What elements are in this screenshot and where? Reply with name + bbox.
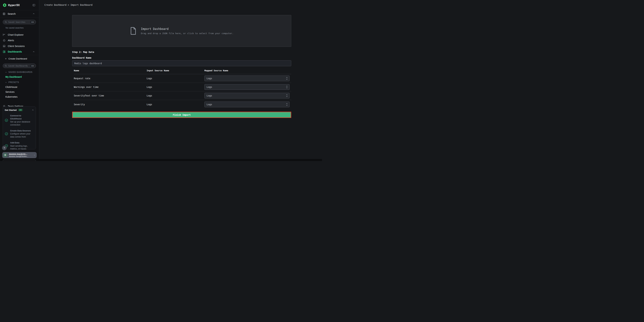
table-row: Request rate Logs Logs (74, 74, 291, 83)
sidebar-item-client-sessions[interactable]: Client Sessions (0, 43, 39, 49)
sidebar-section-search[interactable]: Search (0, 10, 39, 18)
breadcrumb-create-dashboard[interactable]: Create Dashboard (44, 4, 66, 6)
selected-option: Logs (206, 77, 212, 80)
sidebar-item-preset-kubernetes[interactable]: Kubernetes (6, 96, 39, 98)
finish-import-button[interactable]: Finish Import (72, 112, 291, 118)
sidebar-item-label: Alerts (8, 39, 14, 42)
chevron-right-icon (34, 154, 35, 156)
saved-dashboards-input[interactable]: Saved Dashboards ⌘K (3, 64, 36, 68)
row-input-source: Logs (147, 86, 204, 88)
progress-badge: 3/3 (18, 109, 23, 111)
row-name: Warnings over time (74, 86, 147, 88)
column-header-name: Name (74, 69, 147, 72)
get-started-item-title: Connect to ClickHouse (10, 114, 33, 120)
app-title: HyperDX (8, 4, 20, 7)
saved-dashboards-placeholder: Saved Dashboards (8, 65, 28, 67)
sidebar-nav: Chart Explorer Alerts Client Sessions Da… (0, 32, 39, 55)
sidebar-item-my-dashboard[interactable]: My Dashboard (6, 76, 39, 78)
row-name: SeverityText over time (74, 94, 147, 97)
hyperdx-logo-icon (3, 3, 6, 7)
table-row: Warnings over time Logs Logs (74, 83, 291, 92)
sidebar-item-preset-services[interactable]: Services (6, 90, 39, 93)
chevron-up-icon (32, 13, 35, 15)
breadcrumb-import-dashboard[interactable]: Import Dashboard (70, 4, 92, 6)
chart-line-icon (3, 33, 6, 36)
help-button[interactable]: ? (2, 146, 6, 150)
saved-searches-input[interactable]: Saved Searches ⌘K (3, 20, 36, 24)
avatar: D (3, 153, 8, 157)
sidebar: HyperDX Search Saved Se (0, 0, 39, 161)
user-account-card[interactable]: D dominic.tran@clic... dominic.tran@clic… (2, 152, 37, 158)
breadcrumb: Create Dashboard>Import Dashboard (39, 0, 322, 10)
create-dashboard-button[interactable]: Create Dashboard (0, 56, 39, 61)
mapped-source-select[interactable]: Logs (204, 84, 290, 90)
dashboard-grid-icon (3, 50, 6, 53)
get-started-header: Get Started 3/3 (5, 109, 34, 111)
presets-group-header[interactable]: PRESETS (5, 81, 39, 84)
get-started-card: Get Started 3/3 Connect to ClickHouse Se… (3, 106, 36, 149)
column-header-mapped-source: Mapped Source Name (204, 69, 291, 72)
bottom-edge-strip (0, 159, 322, 161)
saved-dashboards-group-header[interactable]: SAVED DASHBOARDS (5, 71, 39, 73)
user-email: dominic.tran@clickho... (9, 155, 28, 157)
search-section-label: Search (8, 12, 16, 15)
sidebar-item-label: Dashboards (8, 50, 22, 53)
chevron-up-icon[interactable] (32, 109, 34, 111)
app-root: HyperDX Search Saved Se (0, 0, 322, 161)
step-label: Step 2: Map Data (72, 51, 291, 54)
search-icon (5, 65, 7, 67)
no-saved-searches-text: No saved searches (6, 27, 39, 29)
chevron-up-icon (32, 51, 35, 53)
json-file-dropzone[interactable]: Import Dashboard Drag and drop a JSON fi… (72, 15, 291, 47)
saved-dashboards-header-label: SAVED DASHBOARDS (8, 71, 32, 73)
column-header-input-source: Input Source Name (147, 69, 204, 72)
get-started-item-connect[interactable]: Connect to ClickHouse Set up your databa… (5, 114, 34, 126)
dashboard-name-input[interactable] (72, 60, 291, 66)
cmd-k-shortcut: ⌘K (30, 64, 35, 68)
presets-header-label: PRESETS (8, 81, 19, 84)
dropzone-subtitle: Drag and drop a JSON file here, or click… (141, 32, 234, 35)
check-circle-icon (5, 118, 8, 122)
file-icon (130, 27, 136, 35)
selected-option: Logs (206, 103, 212, 106)
row-name: Request rate (74, 77, 147, 80)
get-started-item-sources[interactable]: Create Data Sources Configure where your… (5, 129, 34, 138)
select-chevrons-icon (286, 77, 288, 80)
mapped-source-select[interactable]: Logs (204, 93, 290, 98)
cmd-k-shortcut: ⌘K (30, 20, 35, 24)
bell-icon (3, 39, 6, 42)
search-icon (5, 21, 7, 23)
sidebar-item-alerts[interactable]: Alerts (0, 38, 39, 44)
create-dashboard-label: Create Dashboard (8, 58, 27, 60)
sidebar-item-dashboards[interactable]: Dashboards (0, 49, 39, 55)
check-circle-icon (5, 132, 8, 136)
sidebar-item-label: Client Sessions (8, 45, 25, 48)
sidebar-item-chart-explorer[interactable]: Chart Explorer (0, 32, 39, 38)
get-started-item-title: Create Data Sources (10, 129, 33, 132)
sidebar-item-label: Chart Explorer (8, 34, 24, 36)
saved-searches-placeholder: Saved Searches (8, 21, 25, 23)
mapped-source-select[interactable]: Logs (204, 76, 290, 81)
plus-icon (5, 58, 7, 60)
select-chevrons-icon (286, 94, 288, 97)
mapped-source-select[interactable]: Logs (204, 102, 290, 107)
sidebar-item-preset-clickhouse[interactable]: ClickHouse (6, 86, 39, 88)
table-header-row: Name Input Source Name Mapped Source Nam… (74, 66, 291, 74)
sidebar-collapse-icon[interactable] (32, 4, 35, 6)
select-chevrons-icon (286, 86, 288, 88)
dropzone-title: Import Dashboard (141, 27, 234, 30)
selected-option: Logs (206, 94, 212, 97)
laptop-icon (3, 44, 6, 48)
logo-row: HyperDX (0, 0, 39, 10)
get-started-item-title: Add Data (10, 141, 33, 144)
get-started-item-desc: Configure where your data comes from (10, 132, 33, 138)
dashboard-name-label: Dashboard Name (72, 56, 291, 59)
table-row: SeverityText over time Logs Logs (74, 92, 291, 100)
breadcrumb-separator: > (68, 4, 69, 6)
chevron-down-icon (5, 82, 7, 83)
row-name: Severity (74, 103, 147, 106)
get-started-item-add-data[interactable]: Add Data Start sending logs, metrics, or… (5, 141, 34, 150)
get-started-title: Get Started (5, 109, 16, 111)
chevron-down-icon (5, 71, 7, 73)
table-row: Severity Logs Logs (74, 100, 291, 109)
